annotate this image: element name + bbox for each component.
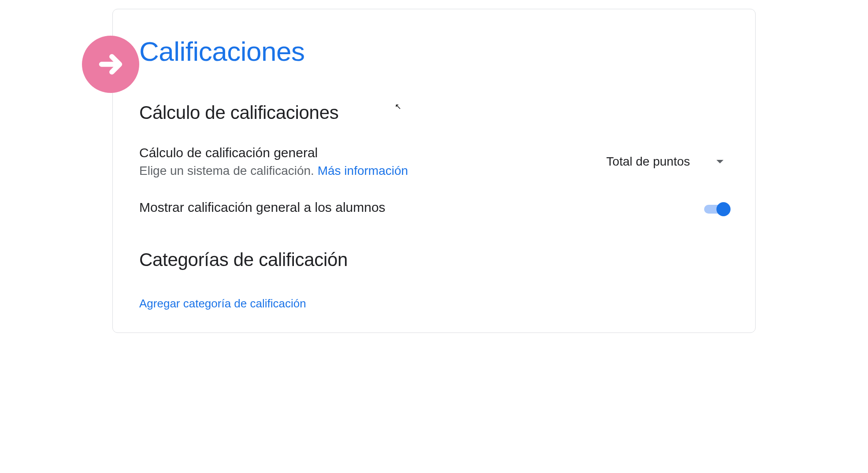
arrow-right-icon (82, 36, 139, 93)
general-calc-description: Elige un sistema de calificación. Más in… (139, 164, 408, 178)
toggle-knob (716, 202, 731, 216)
setting-row-general-calc: Cálculo de calificación general Elige un… (139, 145, 729, 178)
show-students-label: Mostrar calificación general a los alumn… (139, 200, 386, 215)
grades-settings-card: Calificaciones ↖ Cálculo de calificacion… (112, 9, 756, 333)
section-heading-categories: Categorías de calificación (139, 249, 729, 270)
mouse-cursor-icon: ↖ (395, 102, 401, 111)
grading-system-dropdown[interactable]: Total de puntos (601, 151, 729, 172)
chevron-down-icon (716, 160, 723, 163)
general-calc-label: Cálculo de calificación general (139, 145, 408, 160)
setting-row-show-students: Mostrar calificación general a los alumn… (139, 200, 729, 218)
description-text: Elige un sistema de calificación. (139, 164, 318, 177)
setting-text-block: Cálculo de calificación general Elige un… (139, 145, 408, 178)
section-categories: Categorías de calificación Agregar categ… (139, 249, 729, 310)
add-category-link[interactable]: Agregar categoría de calificación (139, 297, 306, 310)
show-students-toggle[interactable] (704, 205, 729, 214)
dropdown-value: Total de puntos (606, 155, 690, 169)
section-heading-calculation: Cálculo de calificaciones (139, 102, 729, 123)
more-info-link[interactable]: Más información (318, 164, 408, 177)
page-title: Calificaciones (139, 36, 729, 67)
